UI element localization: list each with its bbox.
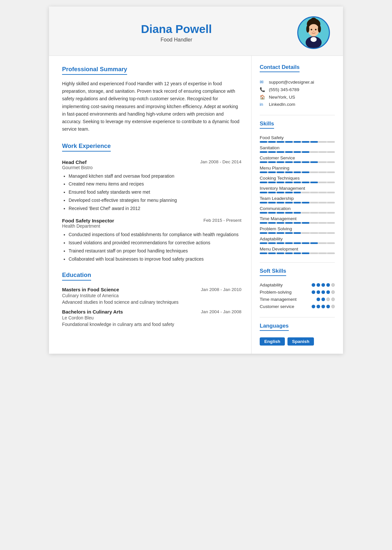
job-2-info: Food Safety Inspector Health Department (62, 218, 114, 229)
contact-title: Contact Details (260, 64, 300, 72)
skill-bar-empty-segment (310, 212, 318, 214)
skill-bar-filled-segment (268, 232, 276, 234)
skill-bar (260, 192, 335, 193)
skill-bar (260, 242, 335, 244)
dot-filled (317, 290, 320, 294)
skill-bar-filled-segment (285, 171, 293, 173)
summary-section: Professional Summary Highly skilled and … (62, 66, 241, 133)
skill-name: Team Leadership (260, 196, 335, 201)
skill-bar-filled-segment (260, 182, 267, 183)
job-2-date: Feb 2015 - Present (204, 218, 241, 223)
skill-bar-filled-segment (285, 212, 293, 214)
language-badges: EnglishSpanish (260, 337, 335, 346)
skill-bar-filled-segment (285, 202, 293, 203)
avatar (297, 16, 330, 49)
soft-skills-section: Soft Skills AdaptabilityProblem-solvingT… (260, 268, 335, 309)
header-left: Diana Powell Food Handler (62, 23, 291, 43)
skill-bar-filled-segment (268, 212, 276, 214)
languages-title: Languages (260, 323, 289, 331)
skill-item: Menu Planning (260, 166, 335, 173)
work-experience-title: Work Experience (62, 142, 111, 152)
list-item: Trained restaurant staff on proper food … (69, 248, 241, 254)
skill-name: Adaptability (260, 236, 335, 241)
skill-bar-filled-segment (285, 141, 293, 143)
edu-1-date: Jan 2008 - Jan 2010 (201, 287, 241, 298)
skill-name: Cooking Techniques (260, 176, 335, 181)
skill-bar-empty-segment (319, 141, 326, 143)
skill-bar-filled-segment (285, 222, 293, 224)
summary-title: Professional Summary (62, 66, 127, 75)
skill-bar-filled-segment (260, 171, 267, 173)
candidate-job-title: Food Handler (62, 37, 291, 43)
email-value: support@cvdesigner.ai (269, 80, 314, 85)
list-item: Received 'Best Chef' award in 2012 (69, 205, 241, 212)
job-2-company: Health Department (62, 223, 114, 229)
skill-bar-filled-segment (302, 171, 309, 173)
skill-bar-filled-segment (268, 141, 276, 143)
edu-2-degree: Bachelors in Culinary Arts (62, 309, 123, 315)
job-2-header: Food Safety Inspector Health Department … (62, 218, 241, 229)
list-item: Collaborated with local businesses to im… (69, 256, 241, 263)
skill-bar-filled-segment (285, 242, 293, 244)
dot-filled (321, 290, 325, 294)
job-1-date: Jan 2008 - Dec 2014 (200, 159, 241, 164)
skill-item: Cooking Techniques (260, 176, 335, 183)
linkedin-value: LinkedIn.com (269, 102, 295, 107)
skill-bar-empty-segment (310, 171, 318, 173)
skill-bar-filled-segment (277, 212, 284, 214)
svg-point-11 (318, 25, 321, 33)
skill-bar-filled-segment (260, 232, 267, 234)
work-experience-section: Work Experience Head Chef Gourmet Bistro… (62, 142, 241, 263)
dot-empty (331, 305, 335, 308)
dots-container (312, 283, 335, 287)
edu-1-header: Masters in Food Science Culinary Institu… (62, 287, 241, 298)
skill-bar-filled-segment (260, 151, 267, 153)
skill-bar-filled-segment (268, 202, 276, 203)
skill-bar (260, 202, 335, 203)
soft-skill-name: Adaptability (260, 283, 283, 287)
skill-bar-empty-segment (319, 151, 326, 153)
skill-bar-filled-segment (277, 202, 284, 203)
dot-filled (321, 298, 325, 301)
skill-bar-empty-segment (319, 252, 326, 254)
location-value: NewYork, US (269, 95, 295, 100)
skill-item: Sanitation (260, 145, 335, 153)
skill-bar-filled-segment (310, 242, 318, 244)
avatar-image (298, 16, 329, 49)
language-badge: Spanish (287, 337, 314, 346)
skill-bar-filled-segment (294, 252, 301, 254)
skill-bar-filled-segment (294, 151, 301, 153)
list-item: Ensured food safety standards were met (69, 189, 241, 196)
skill-bar-filled-segment (285, 151, 293, 153)
skill-bar-filled-segment (260, 212, 267, 214)
list-item: Managed kitchen staff and oversaw food p… (69, 173, 241, 180)
skill-bar-empty-segment (319, 182, 326, 183)
svg-point-2 (311, 18, 317, 23)
contact-email: ✉ support@cvdesigner.ai (260, 79, 335, 85)
skill-bar-filled-segment (302, 242, 309, 244)
skill-bar-empty-segment (319, 192, 326, 193)
dot-empty (326, 298, 330, 301)
skill-bar-filled-segment (277, 141, 284, 143)
skill-bar (260, 252, 335, 254)
skill-bar-empty-segment (310, 232, 318, 234)
skill-bar-filled-segment (268, 151, 276, 153)
skill-bar (260, 171, 335, 173)
skill-bar-filled-segment (268, 161, 276, 163)
edu-2: Bachelors in Culinary Arts Le Cordon Ble… (62, 309, 241, 327)
skill-bar-empty-segment (319, 171, 326, 173)
job-2-bullets: Conducted inspections of food establishm… (62, 231, 241, 263)
dot-filled (326, 283, 330, 287)
skill-bar (260, 212, 335, 214)
skill-bar (260, 151, 335, 153)
svg-point-8 (315, 29, 317, 30)
skill-bar-filled-segment (285, 161, 293, 163)
contact-section: Contact Details ✉ support@cvdesigner.ai … (260, 64, 335, 107)
svg-point-6 (311, 37, 317, 42)
skill-item: Food Safety (260, 135, 335, 143)
job-1-header: Head Chef Gourmet Bistro Jan 2008 - Dec … (62, 159, 241, 170)
resume-container: Diana Powell Food Handler (49, 7, 343, 354)
skill-item: Team Leadership (260, 196, 335, 203)
skill-bar (260, 232, 335, 234)
skill-bar-filled-segment (277, 171, 284, 173)
